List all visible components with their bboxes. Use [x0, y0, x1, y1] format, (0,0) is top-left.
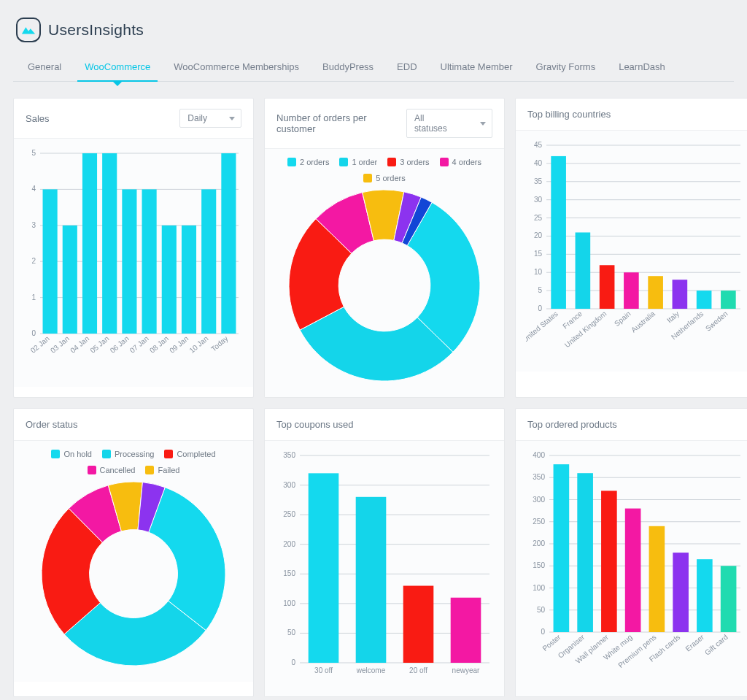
legend-label: Completed: [177, 450, 215, 458]
svg-rect-110: [554, 464, 570, 632]
svg-rect-15: [102, 153, 117, 334]
select-value: Daily: [187, 113, 207, 123]
card-title: Sales: [26, 113, 50, 124]
svg-rect-86: [403, 586, 434, 663]
svg-text:03 Jan: 03 Jan: [49, 334, 71, 355]
svg-text:50: 50: [537, 606, 546, 614]
legend-item: On hold: [51, 450, 92, 458]
svg-text:30: 30: [534, 196, 543, 204]
card-title: Top coupons used: [276, 419, 354, 430]
billing-countries-bar-chart: 051015202530354045United StatesFranceUni…: [526, 139, 745, 358]
svg-text:3: 3: [31, 221, 36, 229]
svg-text:09 Jan: 09 Jan: [168, 334, 190, 355]
svg-text:newyear: newyear: [452, 666, 480, 674]
tab-woocommerce-memberships[interactable]: WooCommerce Memberships: [162, 54, 311, 81]
card-title: Number of orders per customer: [276, 112, 406, 134]
legend-swatch: [51, 450, 60, 458]
svg-text:1: 1: [31, 293, 36, 301]
svg-text:Today: Today: [209, 334, 230, 353]
svg-rect-116: [697, 559, 713, 632]
svg-text:07 Jan: 07 Jan: [128, 334, 150, 355]
svg-text:Eraser: Eraser: [684, 633, 706, 653]
svg-text:150: 150: [283, 569, 295, 577]
svg-rect-12: [43, 189, 58, 334]
svg-text:0: 0: [31, 329, 36, 337]
svg-rect-84: [309, 473, 339, 663]
svg-text:100: 100: [533, 584, 545, 592]
svg-text:350: 350: [283, 451, 295, 459]
orders-per-customer-donut: [286, 187, 483, 384]
svg-rect-20: [201, 189, 216, 334]
svg-text:0: 0: [541, 628, 545, 636]
svg-text:France: France: [561, 309, 584, 331]
tab-gravity-forms[interactable]: Gravity Forms: [525, 54, 608, 81]
svg-text:30 off: 30 off: [314, 666, 333, 674]
svg-rect-117: [721, 566, 737, 632]
legend-label: 5 orders: [376, 174, 405, 182]
svg-text:Spain: Spain: [613, 309, 632, 328]
svg-text:15: 15: [534, 250, 543, 258]
card-title: Order status: [26, 419, 78, 430]
legend-label: 1 order: [352, 158, 377, 166]
brand-header: UsersInsights: [16, 18, 734, 42]
svg-rect-14: [82, 153, 97, 334]
chart-legend: On holdProcessingCompletedCancelledFaile…: [24, 450, 243, 474]
dashboard-grid: Sales Daily 01234502 Jan03 Jan04 Jan05 J…: [13, 98, 734, 697]
legend-item: Cancelled: [88, 466, 136, 474]
legend-label: Processing: [115, 450, 154, 458]
svg-text:350: 350: [533, 473, 545, 481]
svg-text:250: 250: [283, 510, 295, 518]
card-title: Top billing countries: [527, 109, 611, 120]
select-value: All statuses: [414, 113, 458, 134]
legend-swatch: [88, 466, 96, 474]
legend-item: Completed: [164, 450, 215, 458]
card-title: Top ordered products: [527, 419, 617, 430]
svg-text:Sweden: Sweden: [704, 309, 729, 333]
legend-swatch: [145, 466, 154, 474]
legend-item: 2 orders: [287, 158, 329, 166]
orders-status-select[interactable]: All statuses: [406, 109, 492, 138]
legend-item: Failed: [145, 466, 179, 474]
tab-edd[interactable]: EDD: [385, 54, 428, 81]
svg-rect-18: [162, 226, 177, 334]
svg-rect-57: [673, 280, 688, 309]
svg-text:0: 0: [538, 304, 542, 312]
legend-label: 4 orders: [452, 158, 481, 166]
svg-text:0: 0: [291, 658, 295, 666]
svg-text:200: 200: [283, 540, 295, 548]
svg-text:4: 4: [31, 185, 36, 193]
legend-item: 3 orders: [387, 158, 429, 166]
legend-swatch: [440, 158, 449, 166]
svg-text:2: 2: [31, 257, 36, 265]
svg-text:5: 5: [538, 286, 542, 294]
legend-swatch: [102, 450, 111, 458]
svg-rect-59: [721, 291, 736, 309]
card-billing-countries: Top billing countries 051015202530354045…: [515, 98, 747, 398]
svg-text:50: 50: [287, 628, 296, 636]
svg-rect-55: [624, 272, 639, 309]
svg-rect-58: [697, 291, 712, 309]
svg-text:06 Jan: 06 Jan: [109, 334, 131, 355]
tab-woocommerce[interactable]: WooCommerce: [73, 54, 162, 81]
svg-rect-112: [601, 491, 617, 632]
tab-buddypress[interactable]: BuddyPress: [311, 54, 385, 81]
svg-rect-113: [625, 509, 641, 632]
svg-text:150: 150: [533, 561, 545, 569]
tab-ultimate-member[interactable]: Ultimate Member: [429, 54, 525, 81]
svg-text:welcome: welcome: [356, 666, 386, 674]
tab-general[interactable]: General: [16, 54, 73, 81]
chevron-down-icon: [480, 122, 486, 126]
legend-item: 4 orders: [440, 158, 481, 166]
tab-learndash[interactable]: LearnDash: [607, 54, 677, 81]
svg-rect-111: [577, 473, 593, 632]
sales-period-select[interactable]: Daily: [179, 109, 241, 128]
legend-label: 3 orders: [400, 158, 429, 166]
legend-item: 1 order: [339, 158, 377, 166]
svg-rect-19: [182, 226, 196, 334]
legend-label: Failed: [158, 466, 179, 474]
legend-label: Cancelled: [100, 466, 136, 474]
svg-rect-115: [673, 553, 689, 632]
svg-rect-87: [451, 598, 481, 663]
svg-text:Gift card: Gift card: [703, 633, 729, 657]
svg-text:United Kingdom: United Kingdom: [563, 309, 608, 349]
